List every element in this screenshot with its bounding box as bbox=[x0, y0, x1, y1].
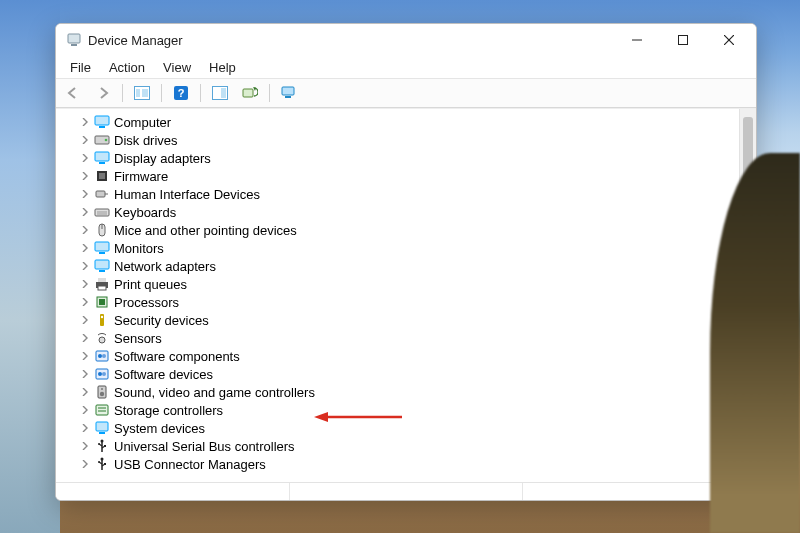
svg-point-55 bbox=[98, 443, 100, 445]
action-pane-button[interactable] bbox=[207, 81, 233, 105]
close-button[interactable] bbox=[706, 25, 752, 55]
forward-button[interactable] bbox=[90, 81, 116, 105]
statusbar bbox=[56, 482, 756, 500]
device-category-monitors[interactable]: Monitors bbox=[72, 239, 739, 257]
menu-action[interactable]: Action bbox=[101, 59, 153, 76]
svg-rect-15 bbox=[285, 96, 291, 98]
device-category-label: Software devices bbox=[114, 367, 213, 382]
expand-chevron-icon[interactable] bbox=[78, 367, 92, 381]
menu-view[interactable]: View bbox=[155, 59, 199, 76]
device-category-firmware[interactable]: Firmware bbox=[72, 167, 739, 185]
content-area: ComputerDisk drivesDisplay adaptersFirmw… bbox=[56, 108, 756, 482]
device-tree[interactable]: ComputerDisk drivesDisplay adaptersFirmw… bbox=[56, 109, 739, 482]
expand-chevron-icon[interactable] bbox=[78, 169, 92, 183]
expand-chevron-icon[interactable] bbox=[78, 403, 92, 417]
device-category-label: USB Connector Managers bbox=[114, 457, 266, 472]
sw-icon bbox=[94, 348, 110, 364]
monitor-icon bbox=[94, 150, 110, 166]
scan-hardware-button[interactable] bbox=[237, 81, 263, 105]
maximize-button[interactable] bbox=[660, 25, 706, 55]
svg-rect-35 bbox=[98, 278, 106, 282]
expand-chevron-icon[interactable] bbox=[78, 187, 92, 201]
expand-chevron-icon[interactable] bbox=[78, 241, 92, 255]
device-category-label: Mice and other pointing devices bbox=[114, 223, 297, 238]
svg-text:?: ? bbox=[178, 87, 185, 99]
back-button[interactable] bbox=[60, 81, 86, 105]
device-category-print-queues[interactable]: Print queues bbox=[72, 275, 739, 293]
device-category-label: Sound, video and game controllers bbox=[114, 385, 315, 400]
svg-rect-8 bbox=[142, 89, 148, 97]
device-category-keyboards[interactable]: Keyboards bbox=[72, 203, 739, 221]
svg-rect-38 bbox=[99, 299, 105, 305]
expand-chevron-icon[interactable] bbox=[78, 115, 92, 129]
svg-point-54 bbox=[101, 440, 104, 443]
expand-chevron-icon[interactable] bbox=[78, 223, 92, 237]
expand-chevron-icon[interactable] bbox=[78, 295, 92, 309]
monitor-icon bbox=[94, 114, 110, 130]
scrollbar-thumb[interactable] bbox=[743, 117, 753, 377]
expand-chevron-icon[interactable] bbox=[78, 133, 92, 147]
expand-chevron-icon[interactable] bbox=[78, 259, 92, 273]
expand-chevron-icon[interactable] bbox=[78, 151, 92, 165]
usb-icon bbox=[94, 438, 110, 454]
help-button[interactable]: ? bbox=[168, 81, 194, 105]
printer-icon bbox=[94, 276, 110, 292]
expand-chevron-icon[interactable] bbox=[78, 313, 92, 327]
device-category-usb[interactable]: Universal Serial Bus controllers bbox=[72, 437, 739, 455]
device-category-label: Sensors bbox=[114, 331, 162, 346]
device-category-sw-devices[interactable]: Software devices bbox=[72, 365, 739, 383]
device-category-network[interactable]: Network adapters bbox=[72, 257, 739, 275]
svg-rect-30 bbox=[95, 242, 109, 251]
expand-chevron-icon[interactable] bbox=[78, 277, 92, 291]
device-category-label: Firmware bbox=[114, 169, 168, 184]
expand-chevron-icon[interactable] bbox=[78, 385, 92, 399]
svg-rect-24 bbox=[96, 191, 105, 197]
device-category-usb-connector[interactable]: USB Connector Managers bbox=[72, 455, 739, 473]
device-category-sound[interactable]: Sound, video and game controllers bbox=[72, 383, 739, 401]
device-category-mice[interactable]: Mice and other pointing devices bbox=[72, 221, 739, 239]
expand-chevron-icon[interactable] bbox=[78, 349, 92, 363]
device-category-security[interactable]: Security devices bbox=[72, 311, 739, 329]
status-segment bbox=[290, 483, 524, 500]
device-category-hid[interactable]: Human Interface Devices bbox=[72, 185, 739, 203]
expand-chevron-icon[interactable] bbox=[78, 439, 92, 453]
vertical-scrollbar[interactable] bbox=[739, 109, 756, 482]
device-category-system[interactable]: System devices bbox=[72, 419, 739, 437]
device-category-storage[interactable]: Storage controllers bbox=[72, 401, 739, 419]
device-category-computer[interactable]: Computer bbox=[72, 113, 739, 131]
monitor-icon bbox=[94, 258, 110, 274]
svg-rect-21 bbox=[99, 162, 105, 164]
device-category-processors[interactable]: Processors bbox=[72, 293, 739, 311]
device-category-disk-drives[interactable]: Disk drives bbox=[72, 131, 739, 149]
svg-rect-23 bbox=[99, 173, 105, 179]
window-title: Device Manager bbox=[88, 33, 183, 48]
security-icon bbox=[94, 312, 110, 328]
status-segment bbox=[523, 483, 756, 500]
minimize-button[interactable] bbox=[614, 25, 660, 55]
svg-rect-1 bbox=[71, 44, 77, 46]
storage-icon bbox=[94, 402, 110, 418]
device-category-label: Monitors bbox=[114, 241, 164, 256]
show-hide-console-tree-button[interactable] bbox=[129, 81, 155, 105]
expand-chevron-icon[interactable] bbox=[78, 205, 92, 219]
speaker-icon bbox=[94, 384, 110, 400]
menu-file[interactable]: File bbox=[62, 59, 99, 76]
svg-point-43 bbox=[98, 354, 102, 358]
expand-chevron-icon[interactable] bbox=[78, 331, 92, 345]
titlebar: Device Manager bbox=[56, 24, 756, 56]
sw-icon bbox=[94, 366, 110, 382]
expand-chevron-icon[interactable] bbox=[78, 457, 92, 471]
svg-rect-0 bbox=[68, 34, 80, 43]
device-category-sw-components[interactable]: Software components bbox=[72, 347, 739, 365]
toolbar-separator bbox=[269, 84, 270, 102]
svg-rect-3 bbox=[679, 36, 688, 45]
device-category-display-adapters[interactable]: Display adapters bbox=[72, 149, 739, 167]
expand-chevron-icon[interactable] bbox=[78, 421, 92, 435]
svg-point-58 bbox=[98, 461, 100, 463]
device-category-sensors[interactable]: Sensors bbox=[72, 329, 739, 347]
remote-computer-button[interactable] bbox=[276, 81, 302, 105]
menu-help[interactable]: Help bbox=[201, 59, 244, 76]
menubar: File Action View Help bbox=[56, 56, 756, 79]
toolbar-separator bbox=[200, 84, 201, 102]
device-category-label: Human Interface Devices bbox=[114, 187, 260, 202]
